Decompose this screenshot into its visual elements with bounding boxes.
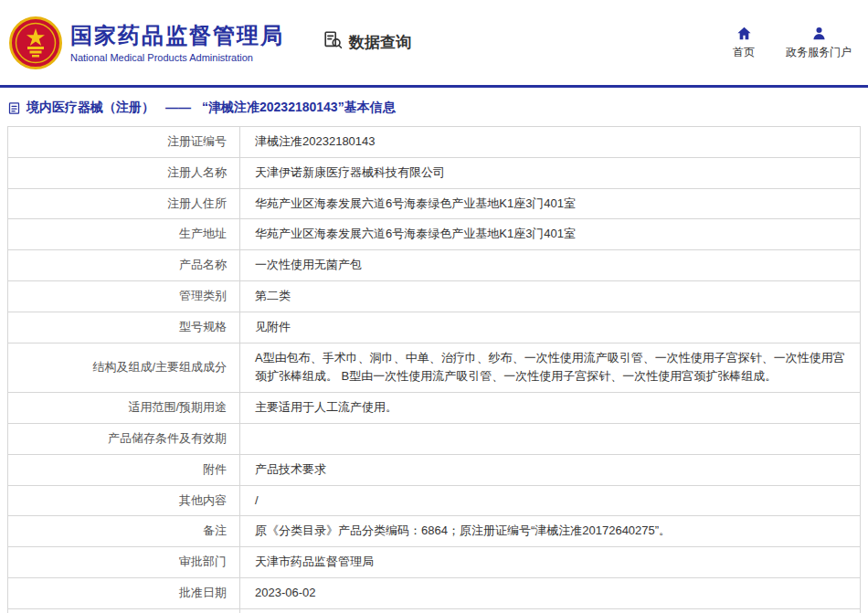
row-value: 第二类	[240, 280, 861, 312]
row-label: 型号规格	[8, 312, 240, 343]
table-row: 其他内容 /	[8, 485, 861, 516]
table-row: 注册人住所 华苑产业区海泰发展六道6号海泰绿色产业基地K1座3门401室	[8, 188, 861, 219]
data-query-label: 数据查询	[349, 32, 411, 53]
row-value: 津械注准20232180143	[240, 127, 861, 158]
row-value: 天津伊诺新康医疗器械科技有限公司	[240, 157, 861, 188]
user-icon	[811, 26, 827, 41]
home-icon	[736, 26, 752, 41]
table-row: 批准日期 2023-06-02	[8, 577, 861, 608]
table-row: 附件 产品技术要求	[8, 454, 861, 485]
table-row: 管理类别 第二类	[8, 280, 861, 312]
row-value: A型由包布、手术巾、洞巾、中单、治疗巾、纱布、一次性使用流产吸引管、一次性使用子…	[240, 343, 861, 393]
breadcrumb-separator: ——	[165, 100, 191, 115]
site-logo: 国家药品监督管理局 National Medical Products Admi…	[9, 16, 284, 69]
breadcrumb-category: 境内医疗器械（注册）	[26, 100, 154, 116]
table-row: 生效日期 2023-06-02	[8, 608, 861, 613]
national-emblem-icon	[9, 16, 62, 69]
document-icon	[7, 101, 21, 115]
site-titles: 国家药品监督管理局 National Medical Products Admi…	[70, 22, 284, 63]
row-label: 管理类别	[8, 280, 240, 312]
row-label: 注册证编号	[8, 127, 240, 158]
header-nav: 首页 政务服务门户	[733, 26, 855, 60]
row-value: 主要适用于人工流产使用。	[240, 393, 861, 424]
row-label: 适用范围/预期用途	[8, 393, 240, 424]
table-row: 结构及组成/主要组成成分 A型由包布、手术巾、洞巾、中单、治疗巾、纱布、一次性使…	[8, 343, 861, 393]
row-value: 一次性使用无菌产包	[240, 250, 861, 281]
page-title: “津械注准20232180143”基本信息	[202, 100, 396, 116]
info-table: 注册证编号 津械注准20232180143 注册人名称 天津伊诺新康医疗器械科技…	[7, 126, 861, 613]
row-value: 天津市药品监督管理局	[240, 547, 861, 578]
nav-home-label: 首页	[733, 45, 755, 60]
breadcrumb: 境内医疗器械（注册） —— “津械注准20232180143”基本信息	[7, 100, 861, 116]
table-row: 生产地址 华苑产业区海泰发展六道6号海泰绿色产业基地K1座3门401室	[8, 219, 861, 250]
table-row: 审批部门 天津市药品监督管理局	[8, 547, 861, 578]
row-label: 备注	[8, 516, 240, 547]
row-label: 结构及组成/主要组成成分	[8, 343, 240, 393]
row-label: 注册人名称	[8, 157, 240, 188]
data-query-tab[interactable]: 数据查询	[323, 30, 411, 55]
table-row: 注册证编号 津械注准20232180143	[8, 127, 861, 158]
row-label: 附件	[8, 454, 240, 485]
table-row: 产品储存条件及有效期	[8, 423, 861, 454]
row-label: 批准日期	[8, 577, 240, 608]
row-label: 注册人住所	[8, 188, 240, 219]
row-value: 原《分类目录》产品分类编码：6864；原注册证编号“津械注准2017264027…	[240, 516, 861, 547]
table-row: 型号规格 见附件	[8, 312, 861, 343]
table-row: 备注 原《分类目录》产品分类编码：6864；原注册证编号“津械注准2017264…	[8, 516, 861, 547]
row-label: 生效日期	[8, 608, 240, 613]
document-magnifier-icon	[323, 30, 343, 55]
nav-home[interactable]: 首页	[733, 26, 755, 60]
row-label: 其他内容	[8, 485, 240, 516]
nav-portal-label: 政务服务门户	[786, 45, 852, 60]
row-label: 产品储存条件及有效期	[8, 423, 240, 454]
nav-portal[interactable]: 政务服务门户	[786, 26, 852, 60]
row-label: 审批部门	[8, 547, 240, 578]
table-row: 产品名称 一次性使用无菌产包	[8, 250, 861, 281]
site-title: 国家药品监督管理局	[70, 22, 284, 49]
table-row: 适用范围/预期用途 主要适用于人工流产使用。	[8, 393, 861, 424]
row-value: 2023-06-02	[240, 577, 861, 608]
row-label: 生产地址	[8, 219, 240, 250]
row-value	[240, 423, 861, 454]
row-value: 2023-06-02	[240, 608, 861, 613]
row-value: 见附件	[240, 312, 861, 343]
info-table-body: 注册证编号 津械注准20232180143 注册人名称 天津伊诺新康医疗器械科技…	[8, 127, 861, 613]
row-label: 产品名称	[8, 250, 240, 281]
row-value: 华苑产业区海泰发展六道6号海泰绿色产业基地K1座3门401室	[240, 219, 861, 250]
row-value: 华苑产业区海泰发展六道6号海泰绿色产业基地K1座3门401室	[240, 188, 861, 219]
table-row: 注册人名称 天津伊诺新康医疗器械科技有限公司	[8, 157, 861, 188]
row-value: 产品技术要求	[240, 454, 861, 485]
header-divider	[0, 85, 868, 88]
site-header: 国家药品监督管理局 National Medical Products Admi…	[0, 0, 868, 85]
site-subtitle: National Medical Products Administration	[70, 52, 284, 63]
row-value: /	[240, 485, 861, 516]
